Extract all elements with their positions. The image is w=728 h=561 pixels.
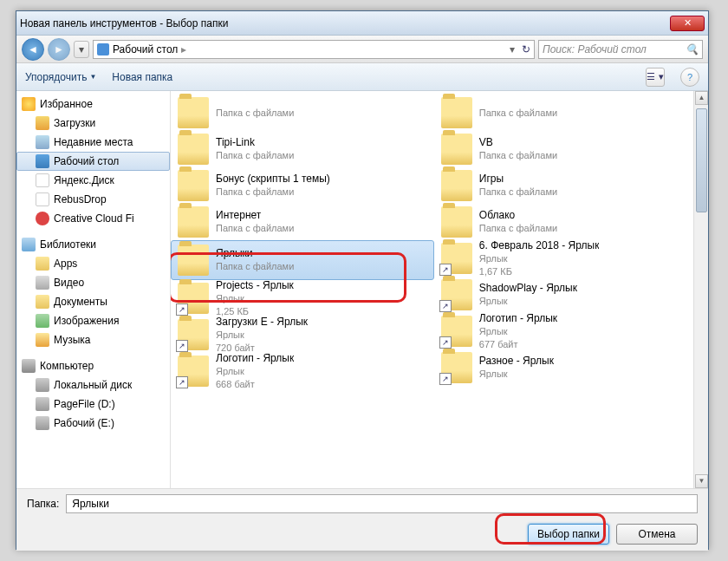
- search-input[interactable]: Поиск: Рабочий стол 🔍: [538, 40, 703, 59]
- file-name: 6. Февраль 2018 - Ярлык: [479, 239, 600, 252]
- shortcut-folder-icon: [178, 283, 209, 314]
- sidebar-item-rebusdrop[interactable]: RebusDrop: [16, 190, 170, 209]
- file-item[interactable]: Бонус (скрипты 1 темы)Папка с файлами: [171, 167, 434, 204]
- hdd-icon: [36, 416, 49, 430]
- sidebar-favorites-header[interactable]: Избранное: [16, 95, 170, 114]
- file-type-label: Папка с файлами: [479, 186, 557, 199]
- shortcut-folder-icon: [441, 243, 472, 274]
- titlebar[interactable]: Новая панель инструментов - Выбор папки …: [16, 11, 708, 36]
- sidebar-item-video[interactable]: Видео: [16, 273, 170, 292]
- file-type-label: Ярлык: [479, 295, 577, 308]
- sidebar-item-recent[interactable]: Недавние места: [16, 133, 170, 152]
- sidebar-libraries-header[interactable]: Библиотеки: [16, 235, 170, 254]
- file-item[interactable]: ОблакоПапка с файлами: [434, 204, 698, 240]
- close-button[interactable]: ✕: [670, 16, 705, 31]
- file-type-label: Папка с файлами: [479, 222, 557, 235]
- file-type-label: Папка с файлами: [479, 107, 557, 120]
- file-name: Разное - Ярлык: [479, 355, 554, 368]
- file-item[interactable]: Папка с файлами: [171, 95, 434, 131]
- hdd-icon: [36, 397, 49, 411]
- scroll-down-arrow-icon[interactable]: ▼: [695, 474, 708, 488]
- dropdown-icon: ▼: [89, 73, 96, 81]
- file-item[interactable]: Разное - ЯрлыкЯрлык: [434, 349, 698, 386]
- file-item-selected[interactable]: ЯрлыкиПапка с файлами: [171, 240, 434, 280]
- sidebar-item-localdisk[interactable]: Локальный диск: [16, 375, 170, 395]
- folder-icon: [178, 206, 209, 238]
- folder-input-bar: Папка:: [16, 488, 708, 518]
- refresh-icon[interactable]: ↻: [522, 43, 530, 55]
- file-type-label: Ярлык: [479, 325, 557, 338]
- address-bar[interactable]: Рабочий стол ▸ ▾ ↻: [93, 40, 535, 59]
- nav-forward-button[interactable]: ►: [48, 38, 70, 61]
- file-item[interactable]: Загрузки E - ЯрлыкЯрлык720 байт: [171, 316, 434, 353]
- view-mode-button[interactable]: ☰ ▾: [646, 68, 665, 87]
- sidebar-item-images[interactable]: Изображения: [16, 311, 170, 330]
- shortcut-folder-icon: [441, 279, 472, 310]
- recent-icon: [36, 135, 49, 149]
- star-icon: [22, 97, 36, 111]
- sidebar-item-documents[interactable]: Документы: [16, 292, 170, 311]
- documents-icon: [36, 295, 49, 309]
- cancel-button[interactable]: Отмена: [616, 524, 698, 545]
- folder-name-input[interactable]: [66, 494, 698, 513]
- file-type-label: Папка с файлами: [479, 149, 557, 162]
- sidebar-item-pagefile[interactable]: PageFile (D:): [16, 395, 170, 414]
- sidebar-item-yandexdisk[interactable]: Яндекс.Диск: [16, 171, 170, 190]
- vertical-scrollbar[interactable]: ▲ ▼: [693, 91, 708, 488]
- address-dropdown-icon[interactable]: ▾: [510, 43, 515, 55]
- search-placeholder: Поиск: Рабочий стол: [543, 43, 647, 55]
- folder-icon: [36, 257, 49, 271]
- computer-icon: [22, 359, 36, 373]
- breadcrumb-arrow-icon: ▸: [181, 43, 186, 55]
- sidebar-computer-header[interactable]: Компьютер: [16, 356, 170, 375]
- new-folder-button[interactable]: Новая папка: [112, 71, 172, 83]
- file-name: Загрузки E - Ярлык: [216, 316, 308, 329]
- file-item[interactable]: Tipi-LinkПапка с файлами: [171, 131, 434, 167]
- sidebar: Избранное Загрузки Недавние места Рабочи…: [16, 91, 171, 488]
- file-item[interactable]: VBПапка с файлами: [434, 131, 698, 167]
- video-icon: [36, 276, 49, 290]
- file-size-label: 1,67 КБ: [479, 265, 600, 278]
- file-name: Интернет: [216, 209, 294, 222]
- file-item[interactable]: 6. Февраль 2018 - ЯрлыкЯрлык1,67 КБ: [434, 240, 698, 277]
- select-folder-button[interactable]: Выбор папки: [528, 524, 609, 545]
- dialog-button-bar: Выбор папки Отмена: [16, 518, 708, 551]
- libraries-icon: [22, 238, 36, 251]
- file-type-label: Папка с файлами: [216, 107, 294, 120]
- file-item[interactable]: Projects - ЯрлыкЯрлык1,25 КБ: [171, 280, 434, 316]
- window-title: Новая панель инструментов - Выбор папки: [20, 17, 228, 29]
- folder-picker-dialog: Новая панель инструментов - Выбор папки …: [16, 10, 709, 550]
- sidebar-item-workdisk[interactable]: Рабочий (E:): [16, 414, 170, 433]
- file-item[interactable]: Папка с файлами: [434, 95, 698, 131]
- nav-back-button[interactable]: ◄: [22, 38, 44, 61]
- scroll-thumb[interactable]: [696, 108, 707, 212]
- file-size-label: 668 байт: [216, 378, 294, 391]
- file-item[interactable]: Логотип - ЯрлыкЯрлык677 байт: [434, 313, 698, 349]
- file-name: Projects - Ярлык: [216, 279, 294, 292]
- sidebar-item-desktop[interactable]: Рабочий стол: [16, 152, 170, 171]
- file-item[interactable]: Логотип - ЯрлыкЯрлык668 байт: [171, 353, 434, 389]
- search-icon: 🔍: [686, 43, 699, 55]
- sidebar-item-downloads[interactable]: Загрузки: [16, 114, 170, 133]
- file-name: Игры: [479, 173, 557, 186]
- file-name: VB: [479, 136, 557, 149]
- file-name: Бонус (скрипты 1 темы): [216, 173, 330, 186]
- organize-button[interactable]: Упорядочить ▼: [25, 71, 96, 83]
- folder-icon: [178, 245, 209, 276]
- folder-icon: [178, 170, 209, 201]
- file-item[interactable]: ИгрыПапка с файлами: [434, 167, 698, 204]
- sidebar-item-apps[interactable]: Apps: [16, 254, 170, 273]
- toolbar: Упорядочить ▼ Новая папка ☰ ▾ ?: [16, 63, 708, 91]
- file-item[interactable]: ИнтернетПапка с файлами: [171, 204, 434, 240]
- shortcut-folder-icon: [178, 356, 209, 387]
- file-name: Логотип - Ярлык: [216, 352, 294, 365]
- nav-dropdown-button[interactable]: ▾: [74, 41, 89, 58]
- file-name: Логотип - Ярлык: [479, 312, 557, 325]
- help-button[interactable]: ?: [680, 68, 699, 87]
- scroll-up-arrow-icon[interactable]: ▲: [695, 91, 708, 105]
- file-item[interactable]: ShadowPlay - ЯрлыкЯрлык: [434, 277, 698, 313]
- file-type-label: Папка с файлами: [216, 186, 330, 199]
- sidebar-item-music[interactable]: Музыка: [16, 330, 170, 349]
- hdd-icon: [36, 378, 49, 392]
- sidebar-item-creativecloud[interactable]: Creative Cloud Fi: [16, 209, 170, 228]
